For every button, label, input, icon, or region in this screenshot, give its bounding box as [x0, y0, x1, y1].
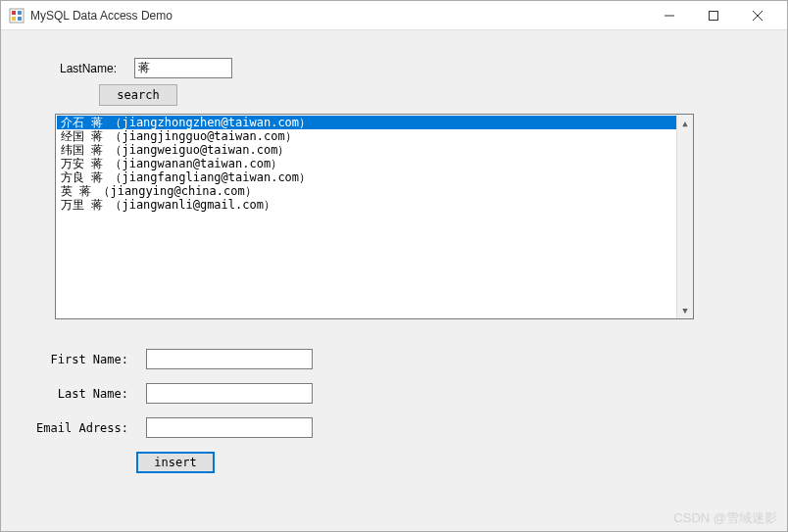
last-name-row: Last Name:	[1, 383, 787, 404]
list-item[interactable]: 方良 蒋 （jiangfangliang@taiwan.com）	[57, 170, 692, 184]
first-name-row: First Name:	[1, 349, 787, 369]
first-name-label: First Name:	[30, 353, 128, 366]
list-item[interactable]: 万里 蒋 （jiangwanli@gmail.com）	[57, 198, 692, 212]
insert-form: First Name: Last Name: Email Adress: ins…	[1, 349, 787, 473]
client-area: LastName: search 介石 蒋 （jiangzhongzhen@ta…	[1, 30, 787, 531]
lastname-search-row: LastName:	[1, 58, 787, 78]
email-input[interactable]	[146, 417, 313, 438]
titlebar: MySQL Data Access Demo	[1, 1, 787, 30]
svg-rect-3	[12, 17, 16, 21]
maximize-button[interactable]	[691, 1, 735, 30]
list-item[interactable]: 介石 蒋 （jiangzhongzhen@taiwan.com）	[57, 116, 692, 129]
svg-rect-2	[18, 11, 22, 15]
window-controls	[647, 1, 779, 29]
email-row: Email Adress:	[1, 417, 787, 438]
scroll-track[interactable]	[677, 131, 693, 302]
svg-rect-1	[12, 11, 16, 15]
svg-rect-4	[18, 17, 22, 21]
first-name-input[interactable]	[146, 349, 313, 369]
email-label: Email Adress:	[30, 421, 128, 435]
last-name-input[interactable]	[146, 383, 313, 404]
insert-button-row: insert	[136, 452, 787, 473]
app-icon	[9, 8, 25, 24]
close-button[interactable]	[735, 1, 779, 30]
last-name-label: Last Name:	[30, 387, 128, 401]
watermark: CSDN @雪域迷影	[673, 509, 777, 527]
list-item[interactable]: 万安 蒋 （jiangwanan@taiwan.com）	[57, 157, 692, 170]
results-listbox[interactable]: 介石 蒋 （jiangzhongzhen@taiwan.com）经国 蒋 （ji…	[55, 114, 694, 319]
list-item[interactable]: 经国 蒋 （jiangjingguo@taiwan.com）	[57, 129, 692, 143]
svg-rect-6	[709, 12, 717, 21]
list-item[interactable]: 纬国 蒋 （jiangweiguo@taiwan.com）	[57, 143, 692, 157]
scroll-down-icon[interactable]: ▼	[677, 302, 693, 318]
listbox-scrollbar[interactable]: ▲ ▼	[676, 115, 693, 318]
list-item[interactable]: 英 蒋 （jiangying@china.com）	[57, 184, 692, 198]
search-button[interactable]: search	[99, 84, 177, 106]
lastname-input[interactable]	[134, 58, 232, 78]
minimize-button[interactable]	[647, 1, 691, 30]
scroll-up-icon[interactable]: ▲	[677, 115, 693, 131]
lastname-label: LastName:	[60, 62, 128, 75]
search-button-row: search	[99, 84, 787, 106]
window-title: MySQL Data Access Demo	[30, 9, 647, 23]
insert-button[interactable]: insert	[136, 452, 215, 473]
window: MySQL Data Access Demo LastName: search …	[0, 0, 788, 532]
